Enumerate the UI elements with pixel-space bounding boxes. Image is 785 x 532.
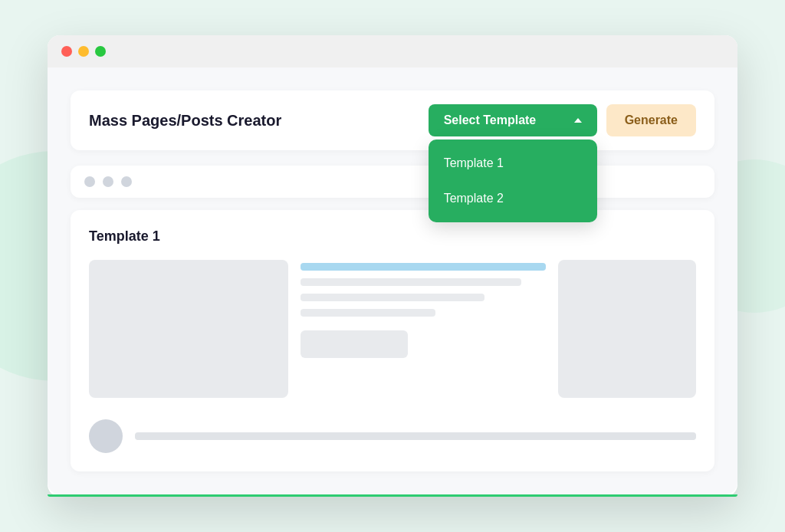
preview-line-blue [301,263,546,271]
browser-titlebar [48,35,737,67]
select-template-container: Select Template Template 1 Template 2 [429,104,597,136]
tabs-row [71,166,714,198]
page-title: Mass Pages/Posts Creator [89,112,281,130]
template-preview-name: Template 1 [89,228,696,245]
preview-content-block [301,260,546,398]
browser-content: Mass Pages/Posts Creator Select Template… [48,67,737,494]
template-preview-card: Template 1 [71,210,714,471]
tab-dot-2[interactable] [103,176,113,187]
dropdown-item-template1[interactable]: Template 1 [429,146,597,181]
select-template-label: Select Template [444,113,537,127]
template-dropdown: Template 1 Template 2 [429,140,597,222]
tab-dot-1[interactable] [84,176,95,187]
preview-layout [89,260,696,398]
header-bar: Mass Pages/Posts Creator Select Template… [71,90,714,150]
header-right: Select Template Template 1 Template 2 Ge… [429,104,696,136]
chevron-up-icon [574,118,582,123]
maximize-icon[interactable] [95,46,106,57]
minimize-icon[interactable] [78,46,89,57]
browser-window: Mass Pages/Posts Creator Select Template… [48,35,737,497]
preview-line-2 [301,294,484,301]
preview-avatar [89,419,123,453]
dropdown-item-template2[interactable]: Template 2 [429,181,597,216]
close-icon[interactable] [61,46,72,57]
preview-right-sidebar [558,260,696,398]
select-template-button[interactable]: Select Template [429,104,597,136]
preview-line-3 [301,309,435,317]
preview-footer-line [135,432,696,440]
preview-footer [89,413,696,453]
preview-image-block [89,260,288,398]
preview-line-1 [301,278,521,286]
preview-button-block [301,330,408,358]
generate-button[interactable]: Generate [606,104,696,136]
tab-dot-3[interactable] [121,176,132,187]
